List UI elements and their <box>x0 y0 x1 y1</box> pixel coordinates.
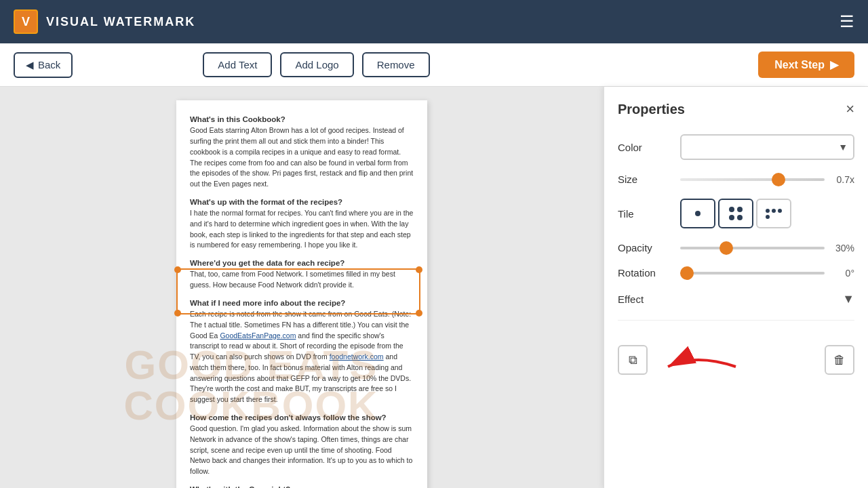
logo-area: V VISUAL WATERMARK <box>14 9 195 34</box>
back-label: Back <box>38 59 60 70</box>
size-value: 0.7x <box>830 174 854 185</box>
hamburger-menu[interactable]: ☰ <box>840 12 854 31</box>
opacity-slider[interactable] <box>680 247 825 249</box>
tile-row: Tile <box>618 199 854 228</box>
rotation-slider[interactable] <box>680 272 825 274</box>
toolbar: ◀ Back Add Text Add Logo Remove Next Ste… <box>0 43 868 87</box>
doc-heading-6: What's with the Copyright? <box>190 484 414 488</box>
close-button[interactable]: × <box>846 100 854 118</box>
effect-control: ▼ <box>680 292 854 306</box>
doc-text-1: Good Eats starring Alton Brown has a lot… <box>190 125 414 190</box>
arrow-annotation <box>654 346 743 387</box>
document[interactable]: GOOD EATSCOOKBOOK What's in this Cookboo… <box>176 100 427 488</box>
tile-nine-button[interactable] <box>756 199 791 228</box>
tile-dot-n4 <box>766 215 770 219</box>
selection-handle-tl[interactable] <box>174 266 181 273</box>
size-slider[interactable] <box>680 178 825 181</box>
opacity-label: Opacity <box>618 242 672 253</box>
add-logo-button[interactable]: Add Logo <box>280 52 353 77</box>
size-label: Size <box>618 174 672 185</box>
doc-section-6: What's with the Copyright? Well, you can… <box>190 484 414 488</box>
doc-text-2: I hate the normal format for recipes. Yo… <box>190 208 414 251</box>
logo-icon: V <box>14 9 38 34</box>
rotation-control: 0° <box>680 268 854 279</box>
panel-title: Properties <box>618 102 685 117</box>
duplicate-button[interactable]: ⧉ <box>618 345 648 375</box>
next-step-label: Next Step <box>774 59 825 71</box>
document-area: GOOD EATSCOOKBOOK What's in this Cookboo… <box>0 87 604 488</box>
doc-section-2: What's up with the format of the recipes… <box>190 197 414 251</box>
opacity-row: Opacity 30% <box>618 242 854 253</box>
app-name: VISUAL WATERMARK <box>46 15 195 29</box>
logo-letter: V <box>22 15 30 29</box>
doc-link-fn[interactable]: foodnetwork.com <box>330 352 384 361</box>
doc-text-4: Each recipe is noted from the show it ca… <box>190 309 414 405</box>
color-row: Color ▼ <box>618 134 854 160</box>
effect-label: Effect <box>618 293 672 305</box>
tile-dot-n1 <box>766 209 770 213</box>
color-control: ▼ <box>680 134 854 160</box>
tile-options <box>680 199 791 228</box>
color-dropdown-icon[interactable]: ▼ <box>838 142 848 152</box>
rotation-slider-container: 0° <box>680 268 854 279</box>
tile-dot-4 <box>737 215 743 220</box>
opacity-slider-container: 30% <box>680 243 854 253</box>
remove-button[interactable]: Remove <box>362 52 430 77</box>
back-chevron-icon: ◀ <box>26 59 34 71</box>
tile-label: Tile <box>618 208 672 220</box>
tile-dot-1 <box>729 207 734 212</box>
panel-header: Properties × <box>618 100 854 118</box>
effect-dropdown-icon[interactable]: ▼ <box>842 292 854 306</box>
tile-single-button[interactable] <box>680 199 715 228</box>
effect-row: Effect ▼ <box>618 292 854 306</box>
add-text-button[interactable]: Add Text <box>203 52 272 77</box>
selection-handle-tr[interactable] <box>416 266 422 273</box>
next-chevron-icon: ▶ <box>830 58 838 71</box>
tile-control <box>680 199 854 228</box>
doc-heading-5: How come the recipes don't always follow… <box>190 412 414 424</box>
app-header: V VISUAL WATERMARK ☰ <box>0 0 868 43</box>
doc-heading-3: Where'd you get the data for each recipe… <box>190 258 414 269</box>
divider <box>618 320 854 321</box>
doc-text-5: Good question. I'm glad you asked. Infor… <box>190 424 414 477</box>
doc-link-gefp[interactable]: GoodEatsFanPage.com <box>220 331 296 340</box>
tile-dot-3 <box>729 215 734 220</box>
panel-actions: ⧉ 🗑 <box>618 337 854 375</box>
rotation-value: 0° <box>830 268 854 279</box>
doc-text-3: That, too, came from Food Network. I som… <box>190 269 414 291</box>
doc-section-5: How come the recipes don't always follow… <box>190 412 414 477</box>
opacity-control: 30% <box>680 243 854 253</box>
rotation-label: Rotation <box>618 267 672 279</box>
tile-dot-n2 <box>772 209 776 213</box>
next-step-button[interactable]: Next Step ▶ <box>758 52 854 78</box>
color-label: Color <box>618 142 672 153</box>
tile-dot-n3 <box>778 209 782 213</box>
tile-nine-grid <box>766 209 782 219</box>
delete-icon: 🗑 <box>833 353 846 367</box>
tile-dot-2 <box>737 207 743 212</box>
tile-single-dot <box>695 211 701 216</box>
rotation-row: Rotation 0° <box>618 267 854 279</box>
size-slider-container: 0.7x <box>680 174 854 185</box>
duplicate-icon: ⧉ <box>629 353 637 367</box>
tile-four-button[interactable] <box>718 199 753 228</box>
doc-section-1: What's in this Cookbook? Good Eats starr… <box>190 114 414 190</box>
tile-four-grid <box>729 207 743 220</box>
opacity-value: 30% <box>830 243 854 253</box>
doc-section-4: What if I need more info about the recip… <box>190 298 414 405</box>
properties-panel: Properties × Color ▼ Size 0.7x Ti <box>604 87 868 488</box>
doc-heading-2: What's up with the format of the recipes… <box>190 197 414 208</box>
size-control: 0.7x <box>680 174 854 185</box>
doc-heading-1: What's in this Cookbook? <box>190 114 414 125</box>
selection-handle-bl[interactable] <box>174 310 181 317</box>
doc-heading-4: What if I need more info about the recip… <box>190 298 414 309</box>
delete-button[interactable]: 🗑 <box>825 345 854 375</box>
main-area: GOOD EATSCOOKBOOK What's in this Cookboo… <box>0 87 868 488</box>
size-row: Size 0.7x <box>618 174 854 185</box>
back-button[interactable]: ◀ Back <box>14 52 73 78</box>
selection-handle-br[interactable] <box>416 310 422 317</box>
doc-section-3: Where'd you get the data for each recipe… <box>190 258 414 291</box>
color-picker[interactable]: ▼ <box>680 134 854 160</box>
